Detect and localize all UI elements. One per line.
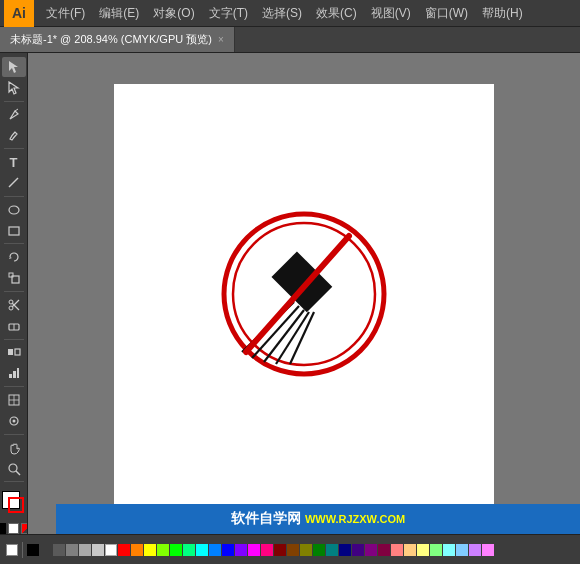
- graph-tool[interactable]: [2, 363, 26, 383]
- rectangle-tool[interactable]: [2, 221, 26, 241]
- color-swatch-white[interactable]: [105, 544, 117, 556]
- symbol-tool[interactable]: [2, 411, 26, 431]
- menu-item-file[interactable]: 文件(F): [40, 3, 91, 24]
- selection-tool[interactable]: [2, 57, 26, 77]
- color-swatch-gray1[interactable]: [53, 544, 65, 556]
- menu-item-window[interactable]: 窗口(W): [419, 3, 474, 24]
- menu-item-effect[interactable]: 效果(C): [310, 3, 363, 24]
- watermark-bar: 软件自学网 WWW.RJZXW.COM: [56, 504, 580, 534]
- color-swatch-darkgreen[interactable]: [313, 544, 325, 556]
- blend-tool[interactable]: [2, 343, 26, 363]
- toolbar: T: [0, 53, 28, 534]
- mesh-tool[interactable]: [2, 390, 26, 410]
- active-tab[interactable]: 未标题-1* @ 208.94% (CMYK/GPU 预览) ×: [0, 27, 235, 52]
- swap-colors-icon[interactable]: [0, 523, 6, 534]
- color-swatch-red[interactable]: [118, 544, 130, 556]
- tool-separator-8: [4, 434, 24, 435]
- color-swatch-peach[interactable]: [404, 544, 416, 556]
- swap-tools: [0, 523, 28, 534]
- color-swatch-green[interactable]: [170, 544, 182, 556]
- menu-item-edit[interactable]: 编辑(E): [93, 3, 145, 24]
- tab-label: 未标题-1* @ 208.94% (CMYK/GPU 预览): [10, 32, 212, 47]
- scale-tool[interactable]: [2, 268, 26, 288]
- pencil-tool[interactable]: [2, 125, 26, 145]
- tool-separator-2: [4, 148, 24, 149]
- color-swatch-maroon[interactable]: [274, 544, 286, 556]
- svg-line-2: [15, 109, 18, 111]
- tab-close-button[interactable]: ×: [218, 34, 224, 45]
- tool-separator-7: [4, 386, 24, 387]
- rotate-tool[interactable]: [2, 247, 26, 267]
- color-swatch-lightyellow[interactable]: [417, 544, 429, 556]
- color-swatch-violet[interactable]: [365, 544, 377, 556]
- none-swatch[interactable]: [21, 523, 28, 534]
- svg-marker-1: [9, 82, 18, 94]
- scissors-tool[interactable]: [2, 295, 26, 315]
- color-palette-bar: [0, 534, 580, 564]
- color-swatch-brown[interactable]: [287, 544, 299, 556]
- color-swatch-pink[interactable]: [261, 544, 273, 556]
- color-swatch-darkgray[interactable]: [40, 544, 52, 556]
- color-swatch-lightgreen[interactable]: [430, 544, 442, 556]
- direct-selection-tool[interactable]: [2, 78, 26, 98]
- color-swatch-gray2[interactable]: [66, 544, 78, 556]
- color-swatch-indigo[interactable]: [352, 544, 364, 556]
- color-swatch-orange[interactable]: [131, 544, 143, 556]
- menu-item-type[interactable]: 文字(T): [203, 3, 254, 24]
- svg-rect-5: [9, 227, 19, 235]
- tool-separator-1: [4, 101, 24, 102]
- svg-rect-19: [17, 368, 19, 378]
- menu-item-select[interactable]: 选择(S): [256, 3, 308, 24]
- svg-marker-6: [9, 257, 12, 259]
- color-swatch-blue[interactable]: [222, 544, 234, 556]
- default-colors-icon[interactable]: [8, 523, 19, 534]
- type-tool[interactable]: T: [2, 152, 26, 172]
- color-swatch-area: [0, 489, 28, 520]
- watermark-url: WWW.RJZXW.COM: [305, 513, 405, 525]
- color-swatch-teal[interactable]: [326, 544, 338, 556]
- main-area: T: [0, 53, 580, 534]
- menu-item-view[interactable]: 视图(V): [365, 3, 417, 24]
- color-swatch-silver[interactable]: [92, 544, 104, 556]
- color-swatch-black[interactable]: [27, 544, 39, 556]
- svg-line-31: [252, 306, 299, 358]
- line-tool[interactable]: [2, 173, 26, 193]
- color-swatch-olive[interactable]: [300, 544, 312, 556]
- color-swatch-yellow[interactable]: [144, 544, 156, 556]
- tab-bar: 未标题-1* @ 208.94% (CMYK/GPU 预览) ×: [0, 27, 580, 53]
- hand-tool[interactable]: [2, 438, 26, 458]
- stroke-swatch[interactable]: [8, 497, 24, 513]
- no-color-swatch[interactable]: [6, 544, 18, 556]
- tool-separator-9: [4, 481, 24, 482]
- color-swatch-purple[interactable]: [235, 544, 247, 556]
- menu-item-object[interactable]: 对象(O): [147, 3, 200, 24]
- color-swatch-lightblue[interactable]: [456, 544, 468, 556]
- color-swatch-lightcyan[interactable]: [443, 544, 455, 556]
- menu-item-help[interactable]: 帮助(H): [476, 3, 529, 24]
- eraser-tool[interactable]: [2, 316, 26, 336]
- color-swatch-salmon[interactable]: [391, 544, 403, 556]
- zoom-tool[interactable]: [2, 459, 26, 479]
- svg-line-3: [9, 178, 18, 187]
- svg-point-24: [12, 419, 15, 422]
- canvas-area: 软件自学网 WWW.RJZXW.COM: [28, 53, 580, 534]
- color-swatch-navy[interactable]: [339, 544, 351, 556]
- color-swatch-lightpink[interactable]: [482, 544, 494, 556]
- ai-logo: Ai: [4, 0, 34, 27]
- ellipse-tool[interactable]: [2, 200, 26, 220]
- color-swatch-skyblue[interactable]: [209, 544, 221, 556]
- color-swatch-cyan[interactable]: [196, 544, 208, 556]
- color-swatch-lime[interactable]: [157, 544, 169, 556]
- svg-line-32: [264, 310, 304, 362]
- svg-rect-17: [9, 374, 12, 378]
- svg-line-26: [16, 471, 20, 475]
- color-swatch-mintgreen[interactable]: [183, 544, 195, 556]
- color-swatch-magenta[interactable]: [248, 544, 260, 556]
- pen-tool[interactable]: [2, 105, 26, 125]
- tool-separator-4: [4, 243, 24, 244]
- color-swatches: [27, 544, 494, 556]
- color-swatch-darkpink[interactable]: [378, 544, 390, 556]
- canvas-document: [114, 84, 494, 504]
- color-swatch-lavender[interactable]: [469, 544, 481, 556]
- color-swatch-lightgray[interactable]: [79, 544, 91, 556]
